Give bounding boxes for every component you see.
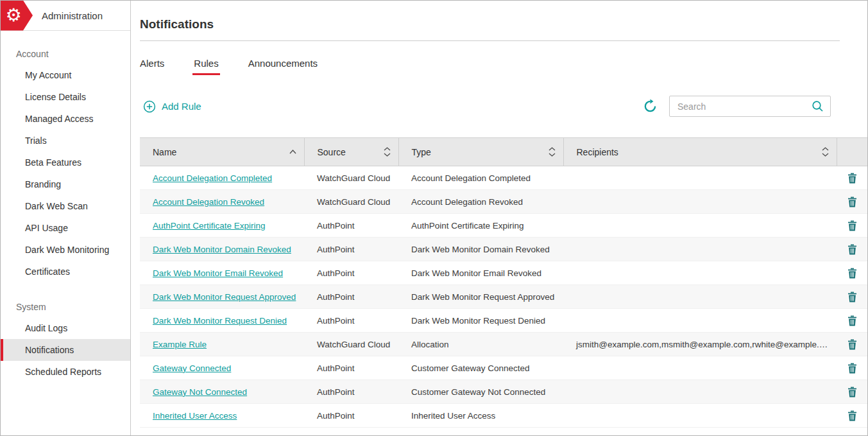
rule-type-cell: Dark Web Monitor Request Denied	[398, 309, 563, 333]
rule-recipients-cell	[563, 285, 837, 309]
sort-both-icon	[822, 147, 829, 157]
rule-name-link[interactable]: Dark Web Monitor Request Approved	[153, 292, 296, 302]
rule-recipients-cell	[563, 166, 837, 190]
column-header-recipients[interactable]: Recipients	[563, 138, 837, 166]
search-input[interactable]	[676, 101, 806, 112]
rule-type-cell: Dark Web Monitor Request Approved	[398, 285, 563, 309]
rule-name-link[interactable]: Account Delegation Completed	[153, 173, 272, 183]
delete-rule-icon[interactable]	[847, 292, 857, 302]
rule-source-cell: WatchGuard Cloud	[304, 190, 398, 214]
rule-type-cell: Inherited User Access	[398, 404, 563, 428]
column-header-actions	[837, 138, 867, 166]
rule-name-link[interactable]: Dark Web Monitor Email Revoked	[153, 268, 283, 278]
rule-type-cell: Customer Gateway Not Connected	[398, 380, 563, 404]
rule-recipients-cell	[563, 309, 837, 333]
rules-table: Name Source	[140, 137, 867, 428]
rule-recipients-cell	[563, 190, 837, 214]
table-row: Account Delegation Completed WatchGuard …	[140, 166, 867, 190]
rule-type-cell: Account Delegation Revoked	[398, 190, 563, 214]
column-header-name[interactable]: Name	[140, 138, 304, 166]
delete-rule-icon[interactable]	[847, 268, 857, 279]
rule-source-cell: AuthPoint	[304, 309, 398, 333]
rule-name-link[interactable]: Inherited User Access	[153, 411, 237, 421]
table-row: Dark Web Monitor Email Revoked AuthPoint…	[140, 261, 867, 285]
table-row: Dark Web Monitor Domain Revoked AuthPoin…	[140, 238, 867, 261]
rule-name-cell: Dark Web Monitor Request Approved	[140, 285, 304, 309]
rule-source-cell: AuthPoint	[304, 404, 398, 428]
delete-rule-icon[interactable]	[847, 244, 857, 255]
rule-name-cell: Inherited User Access	[140, 404, 304, 428]
sidebar-item-audit-logs[interactable]: Audit Logs	[1, 317, 130, 339]
administration-page: ⚙ Administration Account My Account Lice…	[0, 0, 868, 436]
rules-table-body: Account Delegation Completed WatchGuard …	[140, 166, 867, 428]
rule-type-cell: Account Delegation Completed	[398, 166, 563, 190]
rule-name-link[interactable]: AuthPoint Certificate Expiring	[153, 221, 266, 231]
delete-rule-icon[interactable]	[847, 387, 857, 397]
rule-source-cell: WatchGuard Cloud	[304, 166, 398, 190]
sidebar-item-beta-features[interactable]: Beta Features	[1, 152, 130, 173]
search-icon[interactable]	[812, 100, 824, 112]
add-rule-button[interactable]: Add Rule	[140, 100, 201, 113]
sort-both-icon	[384, 147, 391, 157]
app-title: Administration	[42, 10, 103, 21]
rule-name-link[interactable]: Dark Web Monitor Request Denied	[153, 316, 287, 326]
delete-rule-icon[interactable]	[847, 220, 857, 231]
rule-actions-cell	[837, 356, 867, 380]
rule-name-cell: AuthPoint Certificate Expiring	[140, 214, 304, 238]
rule-recipients-cell	[563, 238, 837, 261]
tabs: Alerts Rules Announcements	[140, 58, 867, 75]
column-header-source[interactable]: Source	[304, 138, 398, 166]
table-row: Dark Web Monitor Request Approved AuthPo…	[140, 285, 867, 309]
rule-type-cell: Customer Gateway Connected	[398, 356, 563, 380]
rule-recipients-cell	[563, 261, 837, 285]
table-row: Dark Web Monitor Request Denied AuthPoin…	[140, 309, 867, 333]
rule-name-link[interactable]: Gateway Not Connected	[153, 387, 247, 397]
add-rule-label: Add Rule	[162, 101, 201, 112]
rule-name-link[interactable]: Account Delegation Revoked	[153, 197, 264, 207]
sidebar-item-notifications[interactable]: Notifications	[1, 339, 130, 361]
rule-name-cell: Dark Web Monitor Request Denied	[140, 309, 304, 333]
table-row: Example Rule WatchGuard Cloud Allocation…	[140, 333, 867, 356]
delete-rule-icon[interactable]	[847, 173, 857, 184]
rule-name-cell: Dark Web Monitor Domain Revoked	[140, 238, 304, 261]
sidebar-item-dark-web-monitoring[interactable]: Dark Web Monitoring	[1, 239, 130, 261]
delete-rule-icon[interactable]	[847, 363, 857, 374]
table-row: Inherited User Access AuthPoint Inherite…	[140, 404, 867, 428]
sidebar-item-managed-access[interactable]: Managed Access	[1, 108, 130, 130]
rule-source-cell: WatchGuard Cloud	[304, 333, 398, 356]
sidebar-item-my-account[interactable]: My Account	[1, 64, 130, 86]
delete-rule-icon[interactable]	[847, 196, 857, 207]
sidebar-item-scheduled-reports[interactable]: Scheduled Reports	[1, 361, 130, 383]
sidebar-section-system: System	[1, 297, 130, 317]
rule-actions-cell	[837, 261, 867, 285]
page-title: Notifications	[140, 17, 867, 31]
tab-alerts[interactable]: Alerts	[140, 58, 164, 75]
delete-rule-icon[interactable]	[847, 339, 857, 350]
rule-actions-cell	[837, 166, 867, 190]
sidebar-item-certificates[interactable]: Certificates	[1, 261, 130, 283]
rule-name-link[interactable]: Gateway Connected	[153, 363, 231, 373]
sidebar-item-branding[interactable]: Branding	[1, 173, 130, 195]
sidebar: ⚙ Administration Account My Account Lice…	[1, 1, 131, 435]
refresh-icon[interactable]	[643, 99, 658, 114]
table-row: Gateway Not Connected AuthPoint Customer…	[140, 380, 867, 404]
rule-recipients-cell	[563, 380, 837, 404]
delete-rule-icon[interactable]	[847, 315, 857, 326]
table-row: Gateway Connected AuthPoint Customer Gat…	[140, 356, 867, 380]
rule-actions-cell	[837, 404, 867, 428]
watchguard-logo[interactable]: ⚙	[1, 1, 33, 31]
column-header-type[interactable]: Type	[398, 138, 563, 166]
rule-actions-cell	[837, 190, 867, 214]
tab-rules[interactable]: Rules	[194, 58, 218, 75]
rule-name-link[interactable]: Example Rule	[153, 340, 207, 349]
rule-name-link[interactable]: Dark Web Monitor Domain Revoked	[153, 245, 291, 254]
sidebar-item-license-details[interactable]: License Details	[1, 86, 130, 108]
delete-rule-icon[interactable]	[847, 410, 857, 421]
gear-icon: ⚙	[5, 6, 21, 24]
sidebar-item-api-usage[interactable]: API Usage	[1, 217, 130, 239]
tab-announcements[interactable]: Announcements	[248, 58, 318, 75]
sort-asc-icon	[289, 150, 296, 154]
sidebar-item-trials[interactable]: Trials	[1, 130, 130, 152]
sidebar-item-dark-web-scan[interactable]: Dark Web Scan	[1, 195, 130, 217]
column-label: Name	[153, 147, 176, 157]
